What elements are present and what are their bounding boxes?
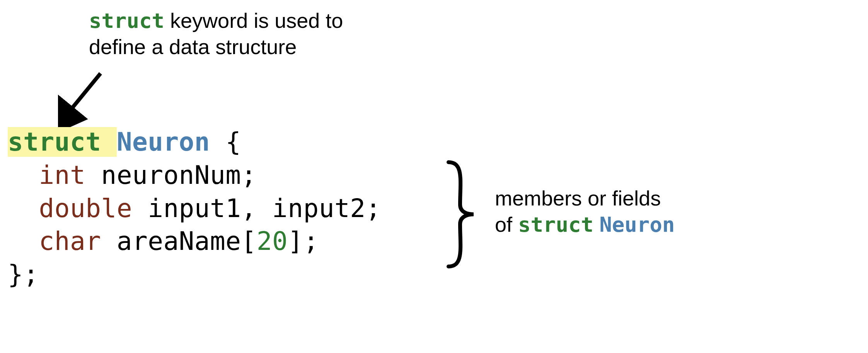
right-type-name: Neuron [599,212,675,237]
code-open-brace: { [210,127,241,157]
code-line3-rest: input1, input2; [132,193,381,223]
top-line1-rest: keyword is used to [164,9,343,32]
code-line4-end: ]; [288,226,319,256]
right-line2-pre: of [495,213,518,236]
arrow-annotation [58,70,120,129]
code-block: struct Neuron { int neuronNum; double in… [8,126,381,291]
code-struct-kw: struct [8,127,101,157]
right-struct-kw: struct [518,212,593,237]
code-type-name: Neuron [117,127,210,157]
right-annotation: members or fields of struct Neuron [495,185,675,238]
code-double-type: double [39,193,132,223]
svg-line-1 [66,73,101,116]
code-line2-rest: neuronNum; [85,160,257,190]
top-annotation: struct keyword is used to define a data … [89,8,343,60]
code-close-brace: }; [8,260,39,289]
brace-annotation [441,158,487,272]
right-line1: members or fields [495,187,661,210]
top-line2: define a data structure [89,35,297,58]
code-int-type: int [39,160,85,190]
code-array-size: 20 [257,226,288,256]
code-char-type: char [39,226,101,256]
code-line4-mid: areaName[ [101,226,256,256]
struct-keyword-label: struct [89,8,164,33]
